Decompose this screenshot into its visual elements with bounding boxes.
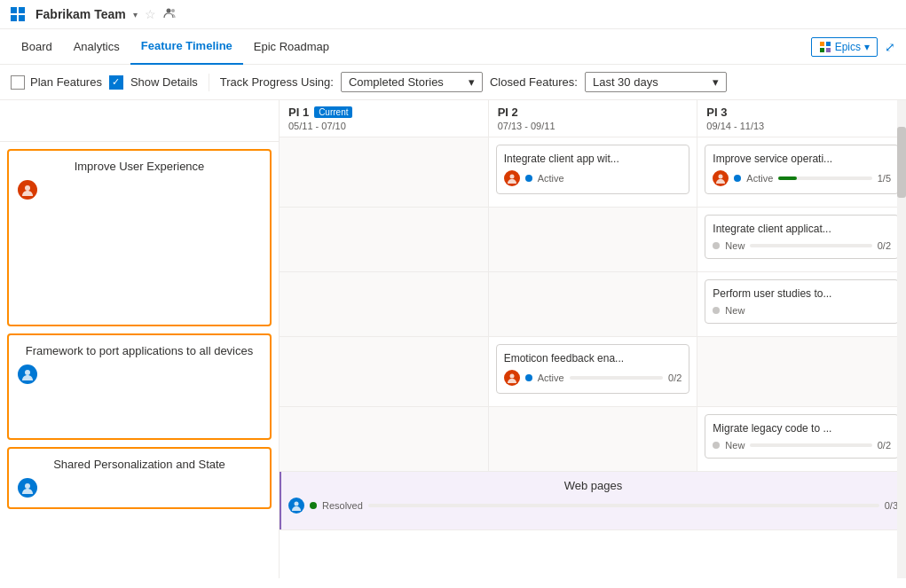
progress-count-5: 0/2 [668, 372, 681, 383]
epics-button[interactable]: Epics ▾ [811, 37, 878, 57]
card-title-4: Perform user studies to... [713, 287, 891, 300]
card-improve-service[interactable]: Improve service operati... Active 1/5 [705, 145, 899, 194]
epic2-pi3-cell-2: Migrate legacy code to ... New 0/2 [697, 407, 906, 471]
pi1-header: PI 1 Current 05/11 - 07/10 [280, 100, 489, 137]
avatar-epic-1 [18, 180, 37, 200]
card-avatar [504, 170, 520, 186]
svg-point-11 [509, 374, 514, 379]
timeline-area: PI 1 Current 05/11 - 07/10 PI 2 07/13 - … [280, 100, 906, 578]
svg-rect-4 [820, 48, 824, 52]
scrollbar-track[interactable] [897, 100, 906, 578]
pi1-label: PI 1 [288, 106, 309, 119]
last-30-days-dropdown[interactable]: Last 30 days ▾ [585, 72, 727, 92]
show-details-label: Show Details [130, 75, 198, 89]
favorite-icon[interactable]: ☆ [145, 7, 156, 21]
svg-point-12 [295, 502, 299, 506]
status-label: Active [538, 173, 564, 184]
epic-row-3: Shared Personalization and State [7, 447, 272, 509]
status-dot-6 [713, 442, 720, 449]
epic2-row1: Emoticon feedback ena... Active 0/2 [280, 337, 906, 407]
avatar-epic-3 [18, 478, 37, 498]
card-avatar-5 [504, 370, 520, 386]
progress-count-webpages: 0/3 [885, 500, 898, 511]
nav-bar: Board Analytics Feature Timeline Epic Ro… [0, 29, 906, 65]
web-pages-footer: Resolved 0/3 [288, 498, 898, 514]
avatar-epic-2 [18, 365, 37, 384]
status-dot-3 [713, 242, 720, 249]
chevron-down-icon[interactable]: ▾ [133, 10, 138, 20]
nav-left: Board Analytics Feature Timeline Epic Ro… [11, 29, 340, 65]
svg-point-6 [25, 185, 30, 191]
epic3-row1: Web pages Resolved 0/3 [280, 472, 906, 530]
pi2-header: PI 2 07/13 - 09/11 [489, 100, 698, 137]
epic2-pi2-cell: Emoticon feedback ena... Active 0/2 [489, 337, 698, 406]
epic3-web-pages-cell: Web pages Resolved 0/3 [280, 472, 906, 529]
timeline-header: PI 1 Current 05/11 - 07/10 PI 2 07/13 - … [280, 100, 906, 137]
plan-features-checkbox[interactable] [11, 75, 25, 90]
show-details-checkbox[interactable] [109, 75, 123, 90]
card-avatar-2 [713, 170, 729, 186]
nav-epic-roadmap[interactable]: Epic Roadmap [243, 29, 340, 65]
nav-feature-timeline[interactable]: Feature Timeline [130, 29, 243, 65]
top-bar: Fabrikam Team ▾ ☆ [0, 0, 906, 29]
nav-analytics[interactable]: Analytics [63, 29, 130, 65]
progress-bar-6 [750, 443, 871, 447]
svg-rect-3 [826, 42, 831, 46]
nav-board[interactable]: Board [11, 29, 63, 65]
status-label-4: New [725, 305, 744, 316]
progress-bar-webpages [368, 504, 879, 507]
pi1-dates: 05/11 - 07/10 [288, 121, 479, 131]
team-name: Fabrikam Team [35, 7, 126, 21]
pi3-dates: 09/14 - 11/13 [706, 121, 897, 131]
pi2-dates: 07/13 - 09/11 [498, 121, 689, 131]
svg-rect-5 [826, 48, 831, 52]
card-migrate-legacy[interactable]: Migrate legacy code to ... New 0/2 [705, 414, 899, 459]
svg-point-1 [171, 9, 175, 12]
card-integrate-client[interactable]: Integrate client app wit... Active [496, 145, 690, 194]
web-pages-avatar [288, 498, 304, 514]
progress-fill-2 [778, 176, 797, 180]
progress-bar-3 [750, 244, 871, 247]
web-pages-title: Web pages [288, 479, 898, 492]
epic1-pi3-cell-2: Integrate client applicat... New 0/2 [697, 208, 906, 271]
expand-icon[interactable]: ⤢ [885, 40, 895, 54]
epic1-pi2-cell-3 [489, 272, 698, 336]
epic-title-3: Shared Personalization and State [18, 458, 261, 471]
left-panel: Improve User Experience Framework to por… [0, 100, 280, 578]
svg-point-10 [719, 175, 723, 179]
epic-title-1: Improve User Experience [18, 160, 261, 173]
dropdown-chevron-icon: ▾ [469, 75, 475, 89]
svg-rect-2 [820, 42, 824, 46]
track-progress-label: Track Progress Using: [220, 75, 334, 89]
team-icon[interactable] [163, 6, 177, 23]
status-label-6: New [725, 440, 744, 451]
epic1-pi2-cell-2 [489, 208, 698, 271]
epic1-row2: Integrate client applicat... New 0/2 [280, 208, 906, 272]
epic1-row3: Perform user studies to... New [280, 272, 906, 337]
scrollbar-thumb[interactable] [897, 127, 906, 198]
status-resolved-label: Resolved [322, 500, 363, 511]
card-perform-user-studies[interactable]: Perform user studies to... New [705, 279, 899, 324]
completed-stories-dropdown[interactable]: Completed Stories ▾ [341, 72, 483, 92]
progress-bar-5 [570, 376, 663, 380]
svg-point-0 [166, 8, 170, 12]
epic1-pi1-cell-3 [280, 272, 489, 336]
toolbar: Plan Features Show Details Track Progres… [0, 65, 906, 100]
app-grid-icon [11, 5, 28, 23]
closed-dropdown-chevron-icon: ▾ [713, 75, 719, 89]
plan-features-control: Plan Features [11, 75, 102, 90]
epic2-row2: Migrate legacy code to ... New 0/2 [280, 407, 906, 472]
epic1-row1: Integrate client app wit... Active Impro… [280, 137, 906, 208]
card-integrate-client-app[interactable]: Integrate client applicat... New 0/2 [705, 215, 899, 259]
status-dot-5 [525, 374, 532, 381]
status-dot-resolved [310, 502, 317, 509]
nav-right: Epics ▾ ⤢ [811, 37, 895, 57]
epic1-pi3-cell-1: Improve service operati... Active 1/5 [697, 137, 906, 207]
status-dot-active [525, 175, 532, 182]
epic1-pi1-cell-2 [280, 208, 489, 271]
card-emoticon-feedback[interactable]: Emoticon feedback ena... Active 0/2 [496, 344, 690, 394]
epic1-pi1-cell [280, 137, 489, 207]
epic-row-2: Framework to port applications to all de… [7, 333, 272, 440]
status-dot-2 [734, 175, 741, 182]
toolbar-separator [209, 74, 209, 91]
